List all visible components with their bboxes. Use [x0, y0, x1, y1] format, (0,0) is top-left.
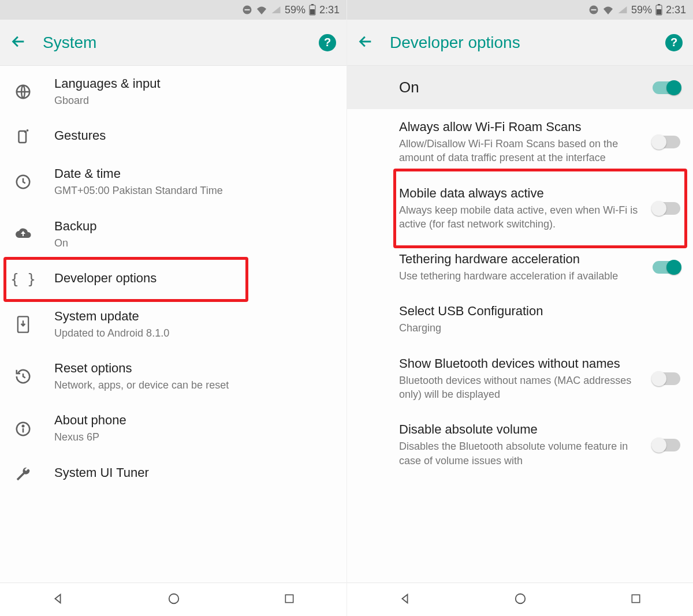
dnd-icon: [242, 5, 252, 15]
item-sub: Use tethering hardware acceleration if a…: [399, 269, 643, 283]
status-bar: 59% 2:31: [0, 0, 346, 20]
dev-item-always-allow-wi-fi-roam-scans[interactable]: Always allow Wi-Fi Roam ScansAllow/Disal…: [347, 109, 693, 176]
item-title: Backup: [54, 219, 336, 234]
dev-item-disable-absolute-volume[interactable]: Disable absolute volumeDisables the Blue…: [347, 412, 693, 478]
page-title: System: [43, 33, 303, 52]
toggle-switch[interactable]: [653, 202, 680, 215]
toggle-switch[interactable]: [653, 261, 680, 274]
list-item-gestures[interactable]: Gestures: [0, 118, 346, 156]
list-item-languages-input[interactable]: Languages & inputGboard: [0, 66, 346, 118]
item-title: Show Bluetooth devices without names: [399, 356, 643, 371]
item-title: Disable absolute volume: [399, 422, 643, 437]
wifi-icon: [602, 5, 614, 14]
nav-bar: [0, 583, 346, 616]
dev-item-mobile-data-always-active[interactable]: Mobile data always activeAlways keep mob…: [347, 176, 693, 242]
app-bar-system: System ?: [0, 20, 346, 66]
clock-icon: [10, 173, 36, 191]
svg-rect-3: [311, 4, 314, 5]
dev-item-select-usb-configuration[interactable]: Select USB ConfigurationCharging: [347, 293, 693, 345]
signal-icon: [617, 5, 628, 14]
globe-icon: [10, 83, 36, 100]
clock-text: 2:31: [319, 4, 340, 16]
item-title: Developer options: [54, 271, 336, 286]
battery-icon: [309, 4, 316, 16]
info-icon: [10, 420, 36, 438]
item-title: Gestures: [54, 128, 336, 143]
phone-dev-options: 59% 2:31 Developer options ? On Always a…: [346, 0, 693, 616]
item-sub: Allow/Disallow Wi-Fi Roam Scans based on…: [399, 137, 643, 165]
item-title: Select USB Configuration: [399, 304, 680, 319]
list-item-system-update[interactable]: System updateUpdated to Android 8.1.0: [0, 298, 346, 350]
clock-text: 2:31: [666, 4, 686, 16]
list-item-about-phone[interactable]: About phoneNexus 6P: [0, 402, 346, 454]
svg-point-12: [23, 425, 24, 427]
item-sub: Gboard: [54, 94, 336, 107]
system-list: Languages & inputGboardGesturesDate & ti…: [0, 66, 346, 583]
item-sub: GMT+05:00 Pakistan Standard Time: [54, 184, 336, 197]
page-title: Developer options: [390, 33, 649, 52]
list-item-developer-options[interactable]: { }Developer options: [0, 260, 346, 298]
wifi-icon: [256, 5, 267, 14]
item-sub: Updated to Android 8.1.0: [54, 326, 336, 340]
back-icon[interactable]: [10, 33, 27, 52]
help-icon[interactable]: ?: [319, 34, 336, 51]
restore-icon: [10, 368, 36, 385]
toggle-switch[interactable]: [653, 136, 680, 148]
item-title: Mobile data always active: [399, 186, 643, 201]
item-sub: Charging: [399, 321, 680, 335]
svg-point-7: [24, 131, 27, 133]
item-sub: Disables the Bluetooth absolute volume f…: [399, 439, 643, 468]
nav-home-icon[interactable]: [167, 592, 180, 607]
svg-point-8: [27, 129, 29, 132]
item-title: Languages & input: [54, 76, 336, 91]
status-bar: 59% 2:31: [347, 0, 693, 20]
phone-system: 59% 2:31 System ? Languages & inputGboar…: [0, 0, 346, 616]
svg-rect-4: [310, 9, 315, 14]
nav-recent-icon[interactable]: [630, 593, 642, 607]
toggle-switch[interactable]: [653, 372, 680, 385]
nav-back-icon[interactable]: [398, 592, 411, 607]
list-item-date-time[interactable]: Date & timeGMT+05:00 Pakistan Standard T…: [0, 156, 346, 208]
nav-home-icon[interactable]: [514, 592, 527, 607]
master-label: On: [399, 79, 653, 96]
master-switch[interactable]: [653, 81, 680, 94]
svg-rect-1: [244, 9, 249, 10]
svg-rect-16: [591, 9, 596, 10]
battery-icon: [655, 4, 662, 16]
nav-recent-icon[interactable]: [284, 593, 295, 607]
back-icon[interactable]: [357, 33, 374, 52]
list-item-system-ui-tuner[interactable]: System UI Tuner: [0, 455, 346, 493]
toggle-switch[interactable]: [653, 439, 680, 451]
item-title: Tethering hardware acceleration: [399, 252, 643, 267]
svg-rect-14: [285, 595, 293, 602]
list-item-reset-options[interactable]: Reset optionsNetwork, apps, or device ca…: [0, 350, 346, 402]
svg-point-13: [169, 593, 179, 603]
wrench-icon: [10, 465, 36, 483]
dev-item-tethering-hardware-acceleration[interactable]: Tethering hardware accelerationUse tethe…: [347, 241, 693, 293]
battery-pct: 59%: [285, 4, 305, 16]
app-bar-dev: Developer options ?: [347, 20, 693, 66]
list-item-backup[interactable]: BackupOn: [0, 208, 346, 260]
dnd-icon: [588, 5, 599, 15]
dev-list: Always allow Wi-Fi Roam ScansAllow/Disal…: [347, 109, 693, 583]
svg-rect-19: [657, 9, 661, 14]
master-toggle-row[interactable]: On: [347, 66, 693, 109]
help-icon[interactable]: ?: [665, 34, 683, 51]
item-title: Date & time: [54, 166, 336, 181]
battery-pct: 59%: [631, 4, 652, 16]
svg-rect-18: [658, 4, 660, 5]
gesture-icon: [10, 128, 36, 145]
item-sub: Bluetooth devices without names (MAC add…: [399, 374, 643, 402]
item-title: Reset options: [54, 361, 336, 376]
item-sub: On: [54, 236, 336, 250]
item-title: About phone: [54, 413, 336, 428]
nav-bar: [347, 583, 693, 616]
braces-icon: { }: [10, 271, 36, 288]
item-sub: Always keep mobile data active, even whe…: [399, 203, 643, 232]
item-sub: Nexus 6P: [54, 430, 336, 444]
svg-rect-21: [632, 595, 639, 602]
item-title: Always allow Wi-Fi Roam Scans: [399, 120, 643, 135]
nav-back-icon[interactable]: [51, 592, 64, 607]
dev-item-show-bluetooth-devices-without-names[interactable]: Show Bluetooth devices without namesBlue…: [347, 346, 693, 412]
cloud-icon: [10, 227, 36, 241]
